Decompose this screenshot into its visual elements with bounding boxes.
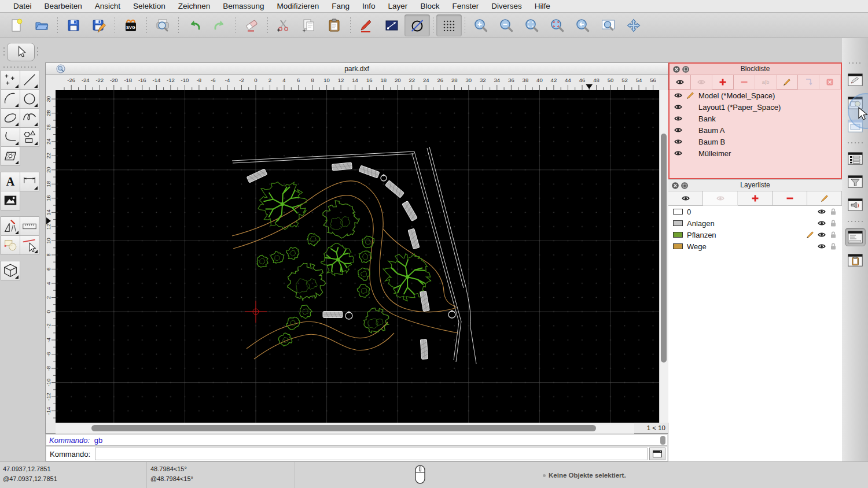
layer-show-button[interactable] (668, 191, 703, 206)
visibility-eye-icon[interactable] (674, 149, 682, 157)
redo-button[interactable] (207, 14, 233, 36)
tool-text-button[interactable]: A (1, 172, 20, 191)
menu-modifizieren[interactable]: Modifizieren (271, 0, 326, 13)
lock-icon[interactable] (829, 219, 837, 227)
tool-solid-button[interactable] (1, 261, 20, 280)
float-icon[interactable] (682, 65, 690, 73)
menu-diverses[interactable]: Diverses (485, 0, 528, 13)
visibility-eye-icon[interactable] (674, 91, 682, 99)
selection-pointer-button[interactable] (7, 43, 35, 61)
tool-circle-button[interactable] (20, 89, 39, 109)
document-titlebar[interactable]: park.dxf (46, 63, 668, 75)
layer-color-swatch[interactable] (673, 232, 683, 238)
close-icon[interactable] (672, 65, 681, 73)
dock-handle[interactable] (848, 61, 863, 65)
tool-arc-button[interactable] (1, 89, 20, 109)
tool-polygon-button[interactable] (20, 127, 39, 147)
block-add-button[interactable] (712, 75, 734, 90)
keyboard-toggle-button[interactable] (649, 448, 665, 460)
horizontal-scrollbar[interactable] (56, 423, 634, 434)
tool-image-button[interactable] (1, 191, 20, 210)
clipboard-dock-button[interactable] (845, 251, 866, 269)
block-edit-button[interactable] (777, 75, 798, 90)
tool-dimension-button[interactable] (20, 172, 39, 191)
drawing-canvas[interactable] (56, 90, 659, 423)
menu-ansicht[interactable]: Ansicht (89, 0, 127, 13)
dock-handle[interactable] (2, 46, 6, 57)
menu-selektion[interactable]: Selektion (127, 0, 172, 13)
visibility-eye-icon[interactable] (674, 126, 682, 134)
blocklist-dock-button[interactable] (845, 149, 866, 168)
zoom-window-button[interactable] (595, 14, 621, 36)
save-button[interactable] (61, 14, 86, 36)
open-file-button[interactable] (29, 14, 54, 36)
tool-deselect-button[interactable] (20, 235, 39, 255)
visibility-eye-icon[interactable] (674, 103, 682, 111)
menu-datei[interactable]: Datei (7, 0, 38, 13)
block-list-item[interactable]: Model (*Model_Space) (670, 90, 841, 101)
menu-bemassung[interactable]: Bemassung (216, 0, 270, 13)
tool-select-button[interactable] (1, 235, 20, 255)
dock-handle[interactable] (2, 65, 38, 69)
zoom-in-button[interactable] (468, 14, 494, 36)
tool-hatch-button[interactable] (1, 146, 20, 166)
visibility-eye-icon[interactable] (818, 231, 826, 239)
menu-fenster[interactable]: Fenster (446, 0, 485, 13)
close-icon[interactable] (671, 182, 679, 190)
undo-button[interactable] (182, 14, 207, 36)
menu-hilfe[interactable]: Hilfe (528, 0, 557, 13)
layer-remove-button[interactable] (773, 191, 807, 206)
command-history-scrollthumb[interactable] (660, 436, 665, 445)
layer-color-swatch[interactable] (673, 209, 683, 215)
zoom-out-button[interactable] (494, 14, 519, 36)
visibility-eye-icon[interactable] (818, 208, 826, 216)
block-show-button[interactable] (670, 75, 691, 90)
grid-toggle-button[interactable] (436, 14, 462, 36)
tool-polyline-button[interactable] (1, 127, 20, 147)
echo-dock-button[interactable] (845, 195, 866, 214)
zoom-selection-button[interactable] (545, 14, 570, 36)
float-icon[interactable] (681, 182, 689, 190)
layer-list-item[interactable]: 0 (668, 206, 842, 217)
visibility-eye-icon[interactable] (818, 242, 826, 250)
block-insert-button[interactable] (798, 75, 819, 90)
tool-line-button[interactable] (20, 70, 39, 90)
tool-measure-button[interactable] (20, 216, 39, 236)
block-remove-button[interactable] (734, 75, 755, 90)
cut-button[interactable] (271, 14, 296, 36)
new-file-button[interactable] (3, 14, 29, 36)
block-list-item[interactable]: Layout1 (*Paper_Space) (670, 101, 841, 113)
dock-handle[interactable] (36, 46, 39, 57)
layer-add-button[interactable] (738, 191, 773, 206)
layer-list-item[interactable]: Pflanzen (668, 229, 842, 241)
block-delete-button[interactable] (819, 75, 841, 90)
tool-ellipse-button[interactable] (1, 108, 20, 128)
tool-spline-button[interactable] (20, 108, 39, 128)
zoom-auto-button[interactable] (519, 14, 545, 36)
save-as-button[interactable] (86, 14, 112, 36)
visibility-eye-icon[interactable] (674, 138, 682, 146)
block-list-item[interactable]: Baum B (670, 136, 841, 147)
layer-hide-button[interactable] (703, 191, 738, 206)
circle-line-button[interactable] (404, 14, 430, 36)
menu-block[interactable]: Block (414, 0, 446, 13)
vertical-scrollbar-thumb[interactable] (661, 134, 667, 363)
pan-button[interactable] (621, 14, 646, 36)
block-hide-button[interactable] (691, 75, 712, 90)
pen-edit-button[interactable] (354, 14, 379, 36)
menu-info[interactable]: Info (356, 0, 382, 13)
print-preview-button[interactable] (150, 14, 175, 36)
command-dock-button[interactable] (845, 228, 866, 246)
lock-icon[interactable] (829, 242, 837, 250)
lock-icon[interactable] (829, 231, 837, 239)
filter-dock-button[interactable] (845, 172, 866, 191)
vertical-scrollbar[interactable] (659, 90, 668, 423)
menu-bearbeiten[interactable]: Bearbeiten (38, 0, 89, 13)
menu-fang[interactable]: Fang (325, 0, 356, 13)
tool-modify-button[interactable] (1, 216, 20, 236)
block-list-item[interactable]: Baum A (670, 124, 841, 136)
layer-color-swatch[interactable] (673, 220, 683, 226)
command-input[interactable] (95, 448, 648, 460)
layer-list-item[interactable]: Anlagen (668, 217, 842, 229)
lock-icon[interactable] (829, 208, 837, 216)
